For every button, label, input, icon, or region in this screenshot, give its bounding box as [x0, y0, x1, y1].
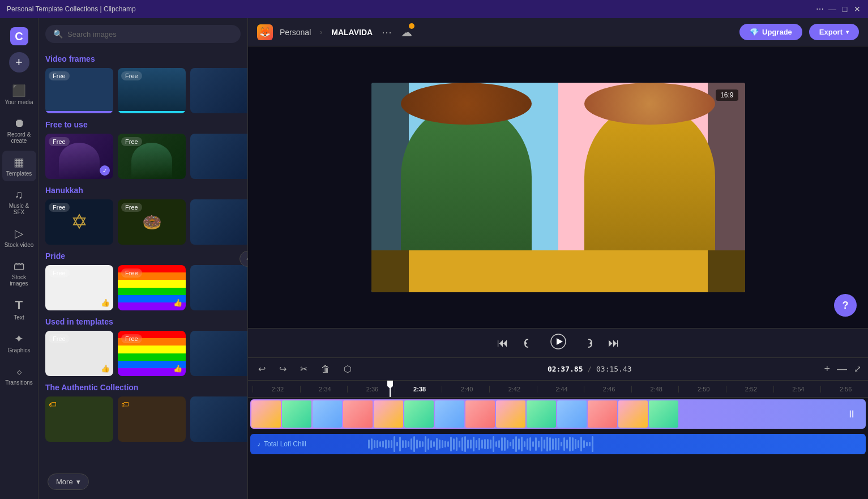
sidebar-logo[interactable]: C [2, 23, 36, 50]
free-badge-6: Free [121, 203, 142, 212]
section-title-used-in-templates[interactable]: Used in templates [45, 317, 241, 326]
search-bar: 🔍 [39, 18, 247, 48]
workspace-breadcrumb[interactable]: Personal [280, 28, 311, 37]
audio-track-label: ♪ Total Lofi Chill [257, 440, 306, 448]
free-badge-10: Free [121, 334, 142, 343]
collections-scroll: Video frames Free Free › Free to use Fre… [39, 48, 247, 499]
authentic-thumb-1[interactable]: 🏷 [45, 396, 113, 442]
sidebar-item-stock-video[interactable]: ▷ Stock video [2, 222, 36, 253]
play-button[interactable] [548, 333, 568, 353]
sidebar-item-stock-images[interactable]: 🗃 Stock images [2, 255, 36, 291]
hanukkah-thumb-1[interactable]: Free ✡ [45, 199, 113, 245]
sidebar-item-media[interactable]: ⬛ Your media [2, 79, 36, 110]
cut-button[interactable]: ✂ [297, 361, 311, 377]
add-content-button[interactable]: + [9, 52, 29, 72]
person-silhouette [59, 143, 100, 179]
authentic-thumb-3[interactable] [190, 396, 247, 442]
zoom-out-button[interactable]: — [837, 363, 847, 375]
timeline-area: ↩ ↪ ✂ 🗑 ⬡ 02:37.85 / 03:15.43 + — ⤢ 2:32… [248, 357, 868, 499]
video-frame-thumb-3[interactable] [190, 68, 247, 113]
expand-timeline-button[interactable]: ⤢ [854, 364, 861, 374]
upgrade-button[interactable]: 💎 Upgrade [739, 24, 802, 40]
sidebar-item-templates[interactable]: ▦ Templates [2, 151, 36, 181]
undo-button[interactable]: ↩ [255, 361, 269, 377]
timeline-ruler: 2:32 2:34 2:36 2:38 2:40 2:42 2:44 2:46 … [248, 381, 868, 398]
title-bar-maximize-btn[interactable]: □ [841, 5, 849, 13]
skip-to-end-button[interactable]: ⏭ [608, 336, 619, 349]
title-bar-minimize-btn[interactable]: — [828, 5, 836, 13]
ruler-mark-0: 2:32 [253, 386, 300, 393]
fast-forward-button[interactable] [582, 337, 595, 349]
video-frame-10 [527, 400, 556, 428]
food-icon: 🍩 [142, 213, 162, 232]
upgrade-label: Upgrade [762, 28, 792, 36]
rewind-button[interactable] [522, 337, 535, 349]
split-button[interactable]: ⬡ [340, 361, 355, 377]
pride-thumb-3[interactable] [190, 265, 247, 310]
video-clip[interactable]: ⏸ [250, 399, 866, 429]
search-input[interactable] [67, 30, 233, 39]
section-title-authentic[interactable]: The Authentic Collection [45, 383, 241, 392]
sidebar-item-record[interactable]: ⏺ Record & create [2, 112, 36, 148]
title-bar-more-btn[interactable]: ⋯ [816, 5, 824, 13]
thumbsup-icon: 👍 [101, 364, 110, 373]
svg-marker-0 [525, 341, 527, 346]
ruler-mark-4: 2:40 [442, 386, 489, 393]
section-title-pride[interactable]: Pride [45, 251, 241, 261]
video-frame-thumb-1[interactable]: Free [45, 68, 113, 113]
cloud-save-indicator: ☁ [401, 25, 412, 39]
export-button[interactable]: Export ▾ [809, 24, 859, 40]
icon-sidebar: C + ⬛ Your media ⏺ Record & create ▦ Tem… [0, 18, 39, 499]
free-badge-9: Free [49, 334, 70, 343]
section-title-video-frames[interactable]: Video frames [45, 54, 241, 63]
hanukkah-thumb-3[interactable] [190, 199, 247, 245]
play-icon [550, 334, 566, 349]
ruler-mark-11: 2:54 [773, 386, 821, 393]
free-to-use-thumb-1[interactable]: Free ✓ [45, 134, 113, 179]
ruler-mark-2: 2:36 [347, 386, 395, 393]
project-more-options-button[interactable]: ⋯ [379, 24, 394, 41]
help-button[interactable]: ? [834, 294, 857, 317]
audio-waveform [364, 434, 866, 454]
used-templates-thumb-1[interactable]: Free 👍 [45, 331, 113, 376]
sidebar-item-music[interactable]: ♫ Music & SFX [2, 184, 36, 220]
authentic-thumb-2[interactable]: 🏷 [118, 396, 186, 442]
ruler-mark-10: 2:52 [726, 386, 773, 393]
section-title-hanukkah[interactable]: Hanukkah [45, 186, 241, 195]
sidebar-item-transitions[interactable]: ⬦ Transitions [2, 360, 36, 390]
free-to-use-thumb-2[interactable]: Free [118, 134, 186, 179]
ruler-marks: 2:32 2:34 2:36 2:38 2:40 2:42 2:44 2:46 … [253, 386, 868, 393]
pride-thumb-1[interactable]: Free 👍 [45, 265, 113, 310]
text-label: Text [14, 314, 24, 321]
person-left-body [401, 104, 532, 250]
free-badge-3: Free [49, 137, 70, 146]
delete-button[interactable]: 🗑 [318, 362, 333, 377]
section-title-free-to-use[interactable]: Free to use [45, 120, 241, 129]
pause-indicator: ⏸ [846, 408, 857, 420]
audio-clip[interactable]: ♪ Total Lofi Chill [250, 434, 866, 454]
used-templates-thumb-2[interactable]: Free 👍 [118, 331, 186, 376]
transitions-icon: ⬦ [16, 365, 23, 378]
skip-to-start-button[interactable]: ⏮ [497, 336, 508, 349]
zoom-in-button[interactable]: + [824, 363, 830, 375]
hanukkah-row: Free ✡ Free 🍩 › [45, 199, 241, 245]
current-time-ms: .85 [570, 365, 583, 373]
pride-thumb-2[interactable]: Free 👍 [118, 265, 186, 310]
used-templates-thumb-3[interactable] [190, 331, 247, 376]
text-icon: T [15, 298, 23, 313]
ruler-mark-1: 2:34 [300, 386, 348, 393]
free-to-use-thumb-3[interactable] [190, 134, 247, 179]
audio-track-row: ♪ Total Lofi Chill [248, 430, 868, 458]
svg-marker-2 [557, 338, 563, 345]
used-in-templates-row: Free 👍 Free 👍 › [45, 331, 241, 376]
title-bar-close-btn[interactable]: ✕ [853, 5, 861, 13]
sidebar-item-text[interactable]: T Text [2, 293, 36, 325]
check-icon: ✓ [100, 165, 110, 176]
sidebar-item-graphics[interactable]: ✦ Graphics [2, 327, 36, 358]
timeline-time-display: 02:37.85 / 03:15.43 [362, 365, 817, 373]
redo-button[interactable]: ↪ [276, 361, 290, 377]
video-frame-thumb-2[interactable]: Free [118, 68, 186, 113]
hanukkah-thumb-2[interactable]: Free 🍩 [118, 199, 186, 245]
more-button[interactable]: More ▾ [48, 474, 89, 490]
video-frame-4 [343, 400, 373, 428]
